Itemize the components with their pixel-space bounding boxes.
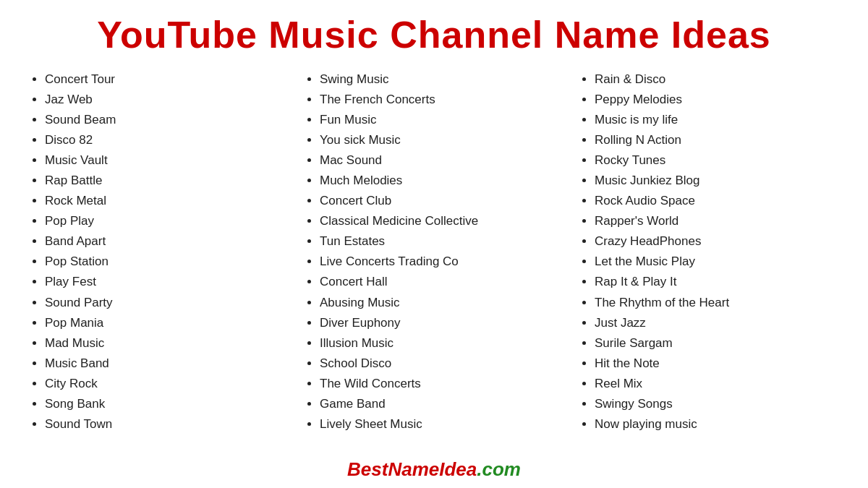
list-item: Diver Euphony: [320, 313, 564, 333]
list-item: You sick Music: [320, 130, 564, 150]
list-item: Play Fest: [45, 272, 289, 292]
footer-text: BestNameIdea.com: [347, 458, 521, 480]
list-item: Disco 82: [45, 130, 289, 150]
list-item: Mac Sound: [320, 150, 564, 171]
list-item: Band Apart: [45, 231, 289, 252]
list-item: Rap Battle: [45, 171, 289, 191]
list-item: The Rhythm of the Heart: [595, 293, 839, 313]
list-item: Sound Beam: [45, 110, 289, 130]
list-item: Mad Music: [45, 333, 289, 354]
list-item: Music Junkiez Blog: [595, 171, 839, 191]
list-item: Sound Town: [45, 414, 289, 435]
list-item: Concert Tour: [45, 69, 289, 90]
list-item: Rapper's World: [595, 211, 839, 231]
footer: BestNameIdea.com: [22, 458, 846, 481]
list-item: Pop Mania: [45, 313, 289, 333]
list-item: The French Concerts: [320, 90, 564, 110]
list-item: Illusion Music: [320, 333, 564, 354]
list-item: Concert Club: [320, 191, 564, 211]
list-item: Rock Metal: [45, 191, 289, 211]
columns-wrapper: Concert TourJaz WebSound BeamDisco 82Mus…: [22, 69, 846, 455]
list-item: Fun Music: [320, 110, 564, 130]
list-item: Surile Sargam: [595, 333, 839, 354]
list-item: Crazy HeadPhones: [595, 231, 839, 252]
list-item: Rain & Disco: [595, 69, 839, 90]
footer-part2: .com: [477, 458, 521, 480]
list-item: Music is my life: [595, 110, 839, 130]
list-item: School Disco: [320, 354, 564, 374]
list-item: The Wild Concerts: [320, 374, 564, 394]
list-item: Pop Station: [45, 252, 289, 272]
list-item: Music Band: [45, 354, 289, 374]
list-item: Music Vault: [45, 150, 289, 171]
page-title: YouTube Music Channel Name Ideas: [22, 13, 846, 56]
list-item: Jaz Web: [45, 90, 289, 110]
list-1: Concert TourJaz WebSound BeamDisco 82Mus…: [29, 69, 289, 435]
column-3: Rain & DiscoPeppy MelodiesMusic is my li…: [571, 69, 846, 455]
list-item: Tun Estates: [320, 231, 564, 252]
column-2: Swing MusicThe French ConcertsFun MusicY…: [297, 69, 571, 455]
list-item: Lively Sheet Music: [320, 414, 564, 435]
footer-part1: BestNameIdea: [347, 458, 477, 480]
list-item: Let the Music Play: [595, 252, 839, 272]
list-item: Now playing music: [595, 414, 839, 435]
list-item: Reel Mix: [595, 374, 839, 394]
list-item: Peppy Melodies: [595, 90, 839, 110]
list-item: Pop Play: [45, 211, 289, 231]
list-item: Much Melodies: [320, 171, 564, 191]
list-item: Rolling N Action: [595, 130, 839, 150]
column-1: Concert TourJaz WebSound BeamDisco 82Mus…: [22, 69, 297, 455]
list-item: Sound Party: [45, 293, 289, 313]
list-item: Live Concerts Trading Co: [320, 252, 564, 272]
page-wrapper: YouTube Music Channel Name Ideas Concert…: [0, 0, 868, 488]
list-item: Swingy Songs: [595, 394, 839, 414]
list-item: Concert Hall: [320, 272, 564, 292]
list-3: Rain & DiscoPeppy MelodiesMusic is my li…: [579, 69, 839, 435]
list-item: Song Bank: [45, 394, 289, 414]
list-item: Abusing Music: [320, 293, 564, 313]
list-item: Rap It & Play It: [595, 272, 839, 292]
list-item: Rocky Tunes: [595, 150, 839, 171]
list-item: Swing Music: [320, 69, 564, 90]
list-item: Hit the Note: [595, 354, 839, 374]
list-item: Rock Audio Space: [595, 191, 839, 211]
list-2: Swing MusicThe French ConcertsFun MusicY…: [304, 69, 564, 435]
list-item: Game Band: [320, 394, 564, 414]
list-item: City Rock: [45, 374, 289, 394]
list-item: Classical Medicine Collective: [320, 211, 564, 231]
list-item: Just Jazz: [595, 313, 839, 333]
